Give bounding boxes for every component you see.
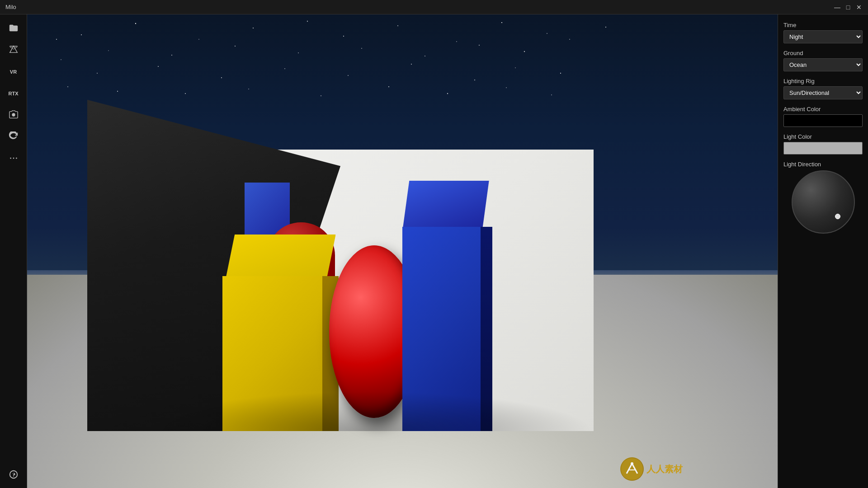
yellow-cube-front [222, 276, 324, 431]
svg-point-36 [117, 91, 118, 92]
yellow-cube-top [225, 235, 335, 280]
ambient-color-swatch[interactable] [783, 114, 863, 127]
svg-point-24 [97, 73, 98, 74]
svg-point-14 [605, 27, 606, 28]
svg-point-33 [56, 39, 57, 40]
light-color-label: Light Color [783, 133, 863, 140]
lighting-rig-select[interactable]: Sun/Directional [783, 86, 863, 99]
svg-point-32 [560, 73, 561, 74]
light-color-row: Light Color [783, 133, 863, 155]
svg-point-31 [515, 67, 516, 68]
viewport[interactable]: 人人素材 [27, 14, 778, 488]
maximize-button[interactable]: □ [844, 4, 852, 11]
watermark-logo-icon [620, 457, 644, 481]
svg-point-35 [67, 86, 68, 87]
svg-point-0 [12, 113, 15, 116]
blue-cube-side [481, 227, 492, 431]
lighting-rig-label: Lighting Rig [783, 78, 863, 84]
svg-point-27 [284, 68, 285, 69]
svg-point-34 [61, 59, 61, 60]
svg-point-43 [551, 94, 552, 95]
svg-point-15 [108, 50, 109, 51]
svg-point-16 [171, 55, 172, 56]
light-color-swatch[interactable] [783, 142, 863, 155]
light-direction-dial[interactable] [792, 170, 855, 234]
svg-point-29 [411, 64, 412, 65]
titlebar: Milo — □ ✕ [0, 0, 868, 14]
sidebar: VR RTX [0, 14, 27, 488]
lighting-rig-row: Lighting Rig Sun/Directional [783, 78, 863, 99]
vr-button[interactable]: VR [3, 61, 24, 81]
svg-point-38 [248, 89, 249, 89]
time-row: Time Night [783, 22, 863, 43]
ambient-color-row: Ambient Color [783, 106, 863, 127]
svg-point-42 [506, 87, 507, 88]
svg-point-7 [253, 28, 254, 28]
svg-point-10 [397, 25, 398, 26]
folder-button[interactable] [3, 18, 24, 38]
refresh-icon [9, 131, 19, 141]
svg-point-30 [474, 80, 475, 80]
svg-point-28 [348, 75, 349, 76]
scene-button[interactable] [3, 40, 24, 60]
svg-point-41 [447, 93, 448, 94]
minimize-button[interactable]: — [834, 4, 841, 11]
svg-point-3 [16, 158, 17, 159]
dial-indicator [835, 214, 840, 219]
folder-icon [9, 23, 19, 33]
main-area: VR RTX [0, 14, 868, 488]
scene-objects [87, 100, 650, 432]
svg-point-17 [235, 46, 236, 47]
svg-point-9 [343, 36, 344, 37]
screenshot-button[interactable] [3, 105, 24, 125]
svg-point-22 [524, 51, 525, 52]
ground-row: Ground Ocean [783, 50, 863, 71]
svg-point-44 [621, 458, 643, 480]
app-title: Milo [5, 4, 16, 10]
svg-point-21 [479, 45, 480, 46]
blue-cube [402, 199, 481, 432]
scene-icon [9, 45, 19, 55]
svg-point-8 [307, 21, 308, 22]
svg-point-2 [13, 158, 14, 159]
window-controls: — □ ✕ [834, 4, 863, 11]
rtx-button[interactable]: RTX [3, 83, 24, 103]
watermark: 人人素材 [620, 457, 683, 481]
yellow-cube [222, 249, 324, 431]
time-label: Time [783, 22, 863, 28]
close-button[interactable]: ✕ [855, 4, 863, 11]
screenshot-icon [9, 110, 19, 120]
light-direction-label: Light Direction [783, 161, 863, 168]
svg-point-18 [298, 52, 299, 53]
ground-label: Ground [783, 50, 863, 56]
svg-point-12 [501, 22, 502, 23]
svg-point-6 [198, 39, 199, 40]
svg-point-45 [631, 462, 633, 465]
refresh-button[interactable] [3, 127, 24, 146]
time-select[interactable]: Night [783, 30, 863, 43]
svg-point-4 [81, 34, 82, 35]
ambient-color-label: Ambient Color [783, 106, 863, 113]
help-button[interactable] [3, 465, 24, 484]
right-panel: Time Night Ground Ocean Lighting Rig Sun… [778, 14, 868, 488]
more-icon [9, 153, 19, 163]
more-button[interactable] [3, 148, 24, 168]
light-direction-container: Light Direction [783, 161, 863, 234]
vr-label: VR [10, 69, 17, 75]
svg-point-20 [425, 56, 425, 56]
svg-point-19 [361, 48, 362, 49]
rtx-label: RTX [9, 91, 19, 96]
svg-point-1 [10, 158, 11, 159]
svg-point-25 [158, 66, 159, 67]
blue-cube-front [402, 227, 481, 431]
svg-point-37 [185, 93, 186, 94]
help-icon [9, 469, 19, 479]
watermark-logo [620, 457, 644, 481]
blue-cube-top [402, 181, 489, 232]
watermark-text: 人人素材 [646, 463, 683, 475]
ground-select[interactable]: Ocean [783, 58, 863, 71]
svg-point-5 [135, 23, 136, 24]
svg-point-13 [547, 33, 547, 34]
svg-point-40 [388, 86, 389, 87]
svg-point-23 [569, 39, 570, 40]
